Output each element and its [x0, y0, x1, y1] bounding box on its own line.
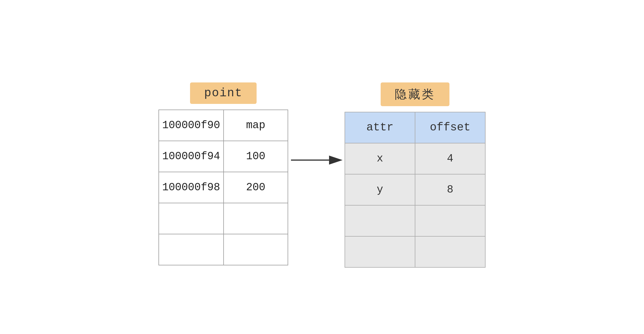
attr-cell: y [345, 174, 415, 205]
diagram: point 100000f90 map 100000f94 100 100000… [158, 66, 486, 269]
attr-header: attr [345, 112, 415, 143]
table-row [159, 203, 288, 234]
table-row: x 4 [345, 143, 485, 174]
right-section: 隐藏类 attr offset x 4 y 8 [345, 82, 486, 268]
table-row: 100000f98 200 [159, 172, 288, 203]
empty-cell [415, 236, 485, 267]
table-row [345, 205, 485, 236]
empty-cell [345, 205, 415, 236]
value-cell: 100 [224, 141, 288, 172]
empty-cell [159, 234, 224, 265]
empty-cell [345, 236, 415, 267]
empty-cell [159, 203, 224, 234]
value-cell: 200 [224, 172, 288, 203]
hidden-class-table: attr offset x 4 y 8 [345, 112, 486, 268]
table-row: 100000f94 100 [159, 141, 288, 172]
arrow-container [288, 82, 345, 269]
point-table: 100000f90 map 100000f94 100 100000f98 20… [158, 110, 288, 265]
empty-cell [224, 234, 288, 265]
offset-cell: 4 [415, 143, 485, 174]
table-row: 100000f90 map [159, 110, 288, 141]
attr-cell: x [345, 143, 415, 174]
empty-cell [224, 203, 288, 234]
table-row: y 8 [345, 174, 485, 205]
empty-cell [415, 205, 485, 236]
table-header-row: attr offset [345, 112, 485, 143]
arrow-svg [288, 82, 345, 269]
address-cell: 100000f90 [159, 110, 224, 141]
point-label: point [190, 82, 257, 104]
hidden-class-label: 隐藏类 [381, 82, 449, 106]
offset-cell: 8 [415, 174, 485, 205]
map-cell: map [224, 110, 288, 141]
left-section: point 100000f90 map 100000f94 100 100000… [158, 82, 288, 265]
address-cell: 100000f94 [159, 141, 224, 172]
table-row [345, 236, 485, 267]
address-cell: 100000f98 [159, 172, 224, 203]
table-row [159, 234, 288, 265]
offset-header: offset [415, 112, 485, 143]
